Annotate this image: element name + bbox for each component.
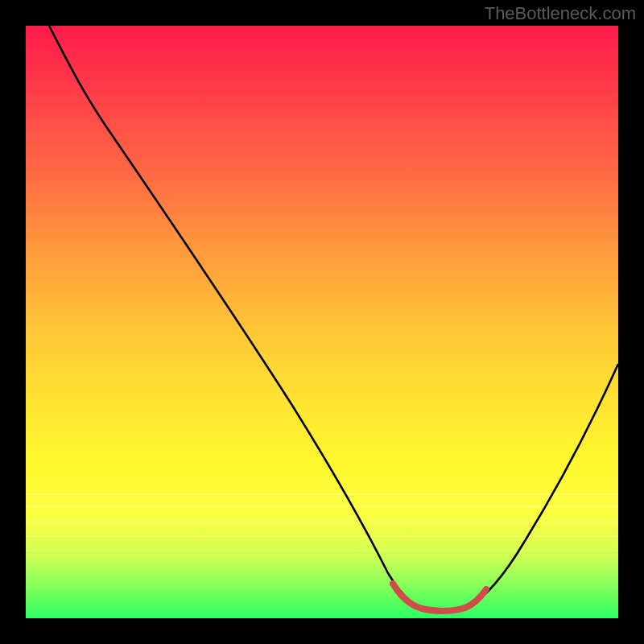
curve-layer xyxy=(26,26,618,618)
chart-frame: TheBottleneck.com xyxy=(0,0,644,644)
red-minimum-highlight xyxy=(393,584,486,611)
black-curve xyxy=(49,26,618,611)
watermark-label: TheBottleneck.com xyxy=(485,3,636,24)
plot-area xyxy=(26,26,618,618)
